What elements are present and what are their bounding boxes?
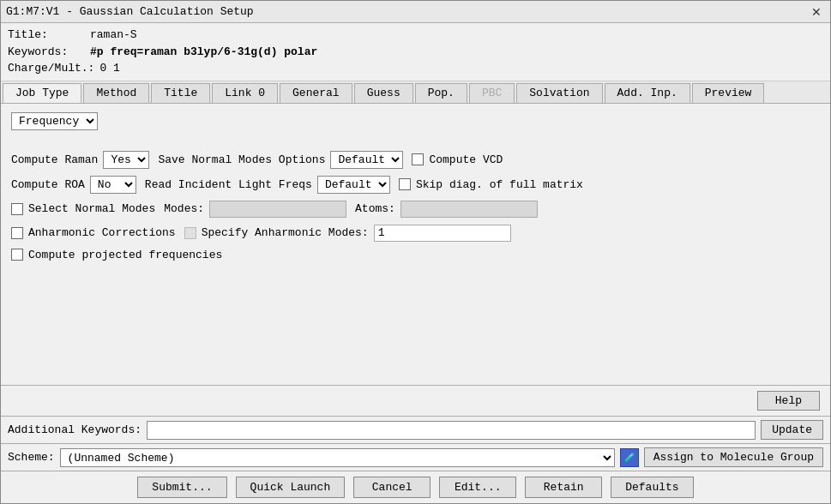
tab-guess[interactable]: Guess [354,83,413,103]
roa-row: Compute ROA No Yes Read Incident Light F… [11,176,820,194]
specify-anharmonic-label: Specify Anharmonic Modes: [202,226,369,239]
charge-row: Charge/Mult.: 0 1 [8,60,823,77]
compute-roa-select[interactable]: No Yes [90,176,136,194]
select-normal-modes-checkbox[interactable] [11,203,23,215]
save-normal-modes-select[interactable]: Default [330,151,403,169]
additional-keywords-input[interactable] [147,421,756,440]
tab-pop[interactable]: Pop. [415,83,467,103]
additional-keywords-row: Additional Keywords: Update [1,416,830,443]
select-normal-modes-item: Select Normal Modes [11,202,155,215]
help-button[interactable]: Help [757,391,820,411]
compute-vcd-checkbox[interactable] [412,153,424,165]
anharmonic-checkbox[interactable] [11,227,23,239]
select-normal-modes-label: Select Normal Modes [28,202,155,215]
atoms-input[interactable] [400,201,538,218]
frequency-select[interactable]: Frequency [11,112,98,130]
modes-item: Modes: [164,201,346,218]
tab-link0[interactable]: Link 0 [212,83,278,103]
charge-value: 0 1 [99,60,119,77]
tab-solvation[interactable]: Solvation [516,83,602,103]
titlebar: G1:M7:V1 - Gaussian Calculation Setup ✕ [1,1,830,23]
skip-diag-item: Skip diag. of full matrix [399,178,583,191]
defaults-button[interactable]: Defaults [611,477,693,498]
tab-method[interactable]: Method [83,83,149,103]
frequency-row: Frequency [11,112,820,130]
tab-pbc: PBC [469,83,515,103]
modes-input[interactable] [209,201,346,218]
specify-anharmonic-checkbox[interactable] [184,227,196,239]
compute-roa-label: Compute ROA [11,178,85,191]
compute-projected-checkbox[interactable] [11,249,23,261]
retain-button[interactable]: Retain [525,477,602,498]
save-normal-modes-item: Save Normal Modes Options Default [158,151,403,169]
keywords-value: #p freq=raman b3lyp/6-31g(d) polar [90,44,317,61]
atoms-label: Atoms: [355,202,395,215]
compute-raman-label: Compute Raman [11,153,98,166]
quick-launch-button[interactable]: Quick Launch [236,477,346,498]
tab-job-type[interactable]: Job Type [3,83,81,103]
edit-button[interactable]: Edit... [439,477,516,498]
assign-molecule-group-button[interactable]: Assign to Molecule Group [644,447,823,467]
compute-roa-item: Compute ROA No Yes [11,176,136,194]
anharmonic-row: Anharmonic Corrections Specify Anharmoni… [11,225,820,242]
bottom-section: Help Additional Keywords: Update Scheme:… [1,385,830,503]
skip-diag-checkbox[interactable] [399,178,411,190]
normal-modes-row: Select Normal Modes Modes: Atoms: [11,201,820,218]
anharmonic-label: Anharmonic Corrections [28,226,176,239]
read-incident-item: Read Incident Light Freqs Default [145,176,390,194]
update-button[interactable]: Update [761,420,823,440]
title-value: raman-S [90,27,137,44]
submit-button[interactable]: Submit... [137,477,226,498]
additional-keywords-label: Additional Keywords: [8,423,142,436]
keywords-row: Keywords: #p freq=raman b3lyp/6-31g(d) p… [8,44,823,61]
molecule-group-icon[interactable]: 🧪 [620,448,639,467]
job-type-content: Frequency Compute Raman Yes No Save Norm… [1,104,830,386]
tab-preview[interactable]: Preview [692,83,765,103]
skip-diag-label: Skip diag. of full matrix [416,178,583,191]
projected-row: Compute projected frequencies [11,249,820,261]
compute-raman-item: Compute Raman Yes No [11,151,149,169]
compute-raman-select[interactable]: Yes No [103,151,149,169]
scheme-row: Scheme: (Unnamed Scheme) 🧪 Assign to Mol… [1,443,830,471]
compute-vcd-item: Compute VCD [412,153,503,166]
charge-label: Charge/Mult.: [8,60,94,77]
scheme-select[interactable]: (Unnamed Scheme) [60,448,615,467]
info-section: Title: raman-S Keywords: #p freq=raman b… [1,23,830,81]
specify-anharmonic-item: Specify Anharmonic Modes: [184,225,511,242]
compute-projected-item: Compute projected frequencies [11,249,222,261]
anharmonic-item: Anharmonic Corrections [11,226,176,239]
atoms-item: Atoms: [355,201,538,218]
specify-anharmonic-input[interactable] [374,225,511,242]
save-normal-modes-label: Save Normal Modes Options [158,153,325,166]
tab-general[interactable]: General [280,83,352,103]
raman-row: Compute Raman Yes No Save Normal Modes O… [11,151,820,169]
tab-title[interactable]: Title [151,83,210,103]
main-window: G1:M7:V1 - Gaussian Calculation Setup ✕ … [0,0,831,504]
read-incident-label: Read Incident Light Freqs [145,178,312,191]
close-button[interactable]: ✕ [808,5,825,19]
window-title: G1:M7:V1 - Gaussian Calculation Setup [6,5,254,18]
compute-projected-label: Compute projected frequencies [28,249,222,261]
tab-bar: Job Type Method Title Link 0 General Gue… [1,81,830,104]
title-label: Title: [8,27,85,44]
help-row: Help [1,386,830,416]
modes-label: Modes: [164,202,204,215]
keywords-label: Keywords: [8,44,85,61]
tab-add-inp[interactable]: Add. Inp. [605,83,690,103]
cancel-button[interactable]: Cancel [353,477,431,498]
action-buttons-row: Submit... Quick Launch Cancel Edit... Re… [1,471,830,503]
compute-vcd-label: Compute VCD [429,153,503,166]
read-incident-select[interactable]: Default [317,176,390,194]
title-row: Title: raman-S [8,27,823,44]
scheme-label: Scheme: [8,451,55,464]
